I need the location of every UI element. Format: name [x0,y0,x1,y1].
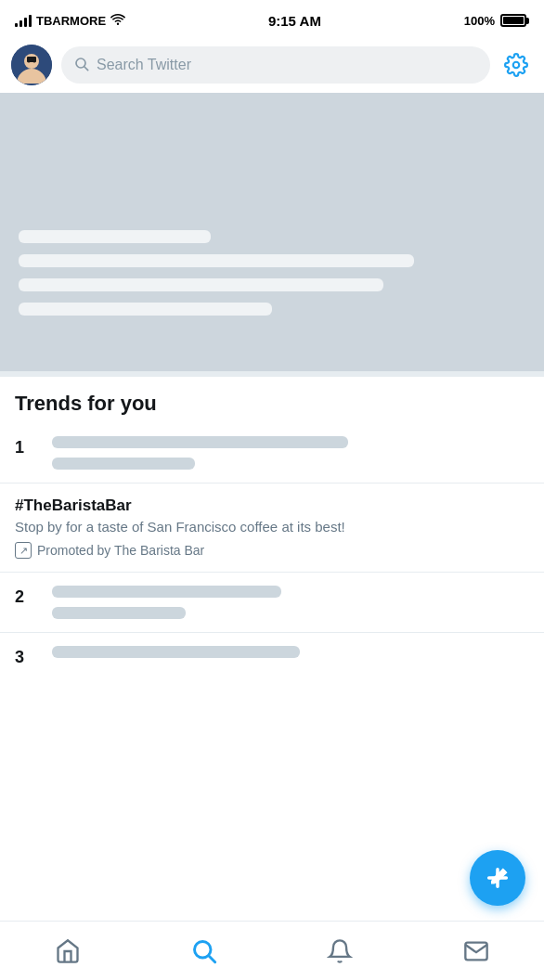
nav-notifications[interactable] [272,922,408,980]
trend-promoted-label: ↗ Promoted by The Barista Bar [15,542,529,559]
hero-line-1 [19,230,211,243]
trend-item-2[interactable]: 2 [0,573,544,633]
trend-placeholder-1 [52,436,529,470]
trend-desc-barista: Stop by for a taste of San Francisco cof… [15,517,529,536]
trend-number-1: 1 [15,438,33,458]
hero-line-3 [19,278,383,291]
placeholder-line-2a [52,586,281,598]
bottom-nav [0,921,544,980]
header: Search Twitter [0,37,544,93]
search-magnifier-icon [74,57,89,74]
status-left: TBARMORE [15,13,125,29]
trend-item-3[interactable]: 3 [0,633,544,679]
svg-point-7 [513,62,520,69]
trend-number-2: 2 [15,587,33,607]
svg-line-10 [209,956,214,961]
placeholder-line-1a [52,436,348,448]
status-bar: TBARMORE 9:15 AM 100% [0,0,544,37]
placeholder-line-1b [52,458,195,470]
search-placeholder-text: Search Twitter [97,57,191,73]
battery-icon [500,14,529,27]
trend-item-1[interactable]: 1 [0,423,544,484]
trend-number-3: 3 [15,648,33,667]
hero-line-2 [19,254,414,267]
svg-point-4 [33,60,36,63]
trend-placeholder-2 [52,586,529,619]
nav-messages[interactable] [408,922,545,980]
signal-icon [15,14,32,27]
hero-banner [0,93,544,371]
svg-line-6 [84,67,88,71]
search-bar[interactable]: Search Twitter [61,46,490,84]
placeholder-line-3a [52,646,300,658]
trend-content-promoted: #TheBaristaBar Stop by for a taste of Sa… [15,496,529,559]
status-time: 9:15 AM [268,13,321,29]
nav-search[interactable] [136,922,273,980]
trends-title: Trends for you [0,377,544,423]
hero-line-4 [19,303,272,316]
compose-button[interactable]: ✦ [470,850,525,906]
trend-name-barista: #TheBaristaBar [15,496,529,515]
trend-item-promoted[interactable]: #TheBaristaBar Stop by for a taste of Sa… [0,484,544,573]
hero-placeholder-lines [0,230,544,316]
wifi-icon [110,13,125,29]
trends-section: Trends for you 1 #TheBaristaBar Stop by … [0,371,544,679]
settings-icon[interactable] [499,48,533,82]
avatar[interactable] [11,45,52,85]
promoted-by-text: Promoted by The Barista Bar [37,543,204,558]
carrier-name: TBARMORE [36,14,106,28]
svg-point-3 [28,60,31,63]
status-right: 100% [464,14,529,28]
promoted-icon: ↗ [15,542,32,559]
trend-placeholder-3 [52,646,529,658]
placeholder-line-2b [52,607,186,619]
nav-home[interactable] [0,922,136,980]
battery-percentage: 100% [464,14,495,28]
